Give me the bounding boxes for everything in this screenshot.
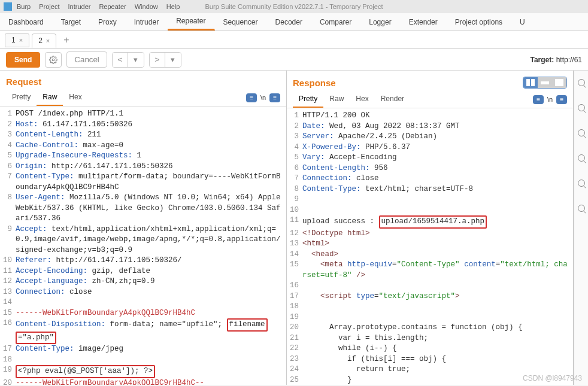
actions-badge-icon[interactable]: ≡ bbox=[533, 95, 544, 104]
response-view-tabs: PrettyRawHexRender ≡ \n ≡ bbox=[287, 91, 573, 108]
history-nav-forward: > ▾ bbox=[149, 52, 181, 68]
actions-menu-icon[interactable]: ≡ bbox=[556, 95, 567, 104]
history-prev-dropdown[interactable]: ▾ bbox=[128, 53, 144, 67]
menu-repeater[interactable]: Repeater bbox=[99, 3, 126, 10]
repeater-subtabs: 1×2× + bbox=[0, 31, 588, 49]
actions-menu-icon[interactable]: ≡ bbox=[269, 93, 280, 102]
view-render[interactable]: Render bbox=[375, 91, 410, 108]
history-prev-button[interactable]: < bbox=[113, 53, 128, 67]
menu-project[interactable]: Project bbox=[39, 3, 59, 10]
close-icon[interactable]: × bbox=[46, 37, 50, 44]
newline-toggle[interactable]: \n bbox=[547, 96, 553, 103]
menu-intruder[interactable]: Intruder bbox=[68, 3, 91, 10]
view-hex[interactable]: Hex bbox=[63, 89, 87, 106]
tab-repeater[interactable]: Repeater bbox=[168, 13, 214, 31]
tab-comparer[interactable]: Comparer bbox=[311, 13, 360, 31]
tab-intruder[interactable]: Intruder bbox=[126, 13, 168, 31]
search-icon[interactable] bbox=[578, 104, 585, 111]
search-icon[interactable] bbox=[578, 79, 585, 86]
view-hex[interactable]: Hex bbox=[350, 91, 374, 108]
history-next-dropdown[interactable]: ▾ bbox=[165, 53, 181, 67]
response-pane: Response PrettyRawHexRender ≡ \n ≡ 1HTTP… bbox=[287, 71, 574, 385]
search-icon[interactable] bbox=[578, 180, 585, 187]
main-tabs: DashboardTargetProxyIntruderRepeaterSequ… bbox=[0, 13, 588, 31]
action-row: Send Cancel < ▾ > ▾ Target: http://61 bbox=[0, 49, 588, 71]
repeater-tab-1[interactable]: 1× bbox=[5, 33, 29, 47]
editor-panes: Request PrettyRawHex ≡ \n ≡ 1POST /index… bbox=[0, 71, 588, 385]
layout-toggle[interactable] bbox=[523, 77, 567, 89]
gear-icon[interactable] bbox=[45, 52, 62, 68]
search-icon[interactable] bbox=[578, 205, 585, 212]
tab-extender[interactable]: Extender bbox=[401, 13, 447, 31]
tab-decoder[interactable]: Decoder bbox=[267, 13, 311, 31]
search-icon[interactable] bbox=[578, 154, 585, 162]
tab-target[interactable]: Target bbox=[53, 13, 90, 31]
tab-logger[interactable]: Logger bbox=[360, 13, 400, 31]
cancel-button[interactable]: Cancel bbox=[66, 51, 107, 68]
actions-badge-icon[interactable]: ≡ bbox=[246, 93, 257, 102]
tab-u[interactable]: U bbox=[511, 13, 534, 31]
menu-window[interactable]: Window bbox=[135, 3, 158, 10]
menubar: BurpProjectIntruderRepeaterWindowHelp Bu… bbox=[0, 0, 588, 13]
view-raw[interactable]: Raw bbox=[323, 91, 350, 108]
view-pretty[interactable]: Pretty bbox=[293, 91, 323, 108]
add-tab-button[interactable]: + bbox=[59, 34, 74, 47]
newline-toggle[interactable]: \n bbox=[260, 94, 266, 101]
history-next-button[interactable]: > bbox=[150, 53, 165, 67]
close-icon[interactable]: × bbox=[19, 37, 23, 44]
menu-burp[interactable]: Burp bbox=[17, 3, 31, 10]
response-title: Response bbox=[293, 78, 336, 88]
request-view-tabs: PrettyRawHex ≡ \n ≡ bbox=[0, 89, 286, 107]
app-icon bbox=[4, 2, 12, 11]
request-editor[interactable]: 1POST /index.php HTTP/1.12Host: 61.147.1… bbox=[0, 107, 286, 385]
send-button[interactable]: Send bbox=[6, 52, 40, 68]
watermark: CSDN @l8947943 bbox=[523, 374, 582, 382]
repeater-tab-2[interactable]: 2× bbox=[32, 34, 56, 48]
search-icon[interactable] bbox=[578, 129, 585, 136]
inspector-strip bbox=[574, 71, 588, 385]
tab-sequencer[interactable]: Sequencer bbox=[215, 13, 267, 31]
svg-point-0 bbox=[53, 59, 55, 61]
target-label[interactable]: Target: http://61 bbox=[531, 56, 583, 64]
tab-project-options[interactable]: Project options bbox=[447, 13, 511, 31]
history-nav: < ▾ bbox=[112, 52, 144, 68]
response-editor[interactable]: 1HTTP/1.1 200 OK2Date: Wed, 03 Aug 2022 … bbox=[287, 108, 573, 385]
request-pane: Request PrettyRawHex ≡ \n ≡ 1POST /index… bbox=[0, 71, 287, 385]
view-pretty[interactable]: Pretty bbox=[6, 89, 37, 106]
window-title: Burp Suite Community Edition v2022.7.1 -… bbox=[205, 3, 383, 10]
request-title: Request bbox=[6, 77, 41, 87]
tab-dashboard[interactable]: Dashboard bbox=[0, 13, 53, 31]
menu-help[interactable]: Help bbox=[166, 3, 180, 10]
tab-proxy[interactable]: Proxy bbox=[90, 13, 126, 31]
view-raw[interactable]: Raw bbox=[37, 89, 63, 106]
